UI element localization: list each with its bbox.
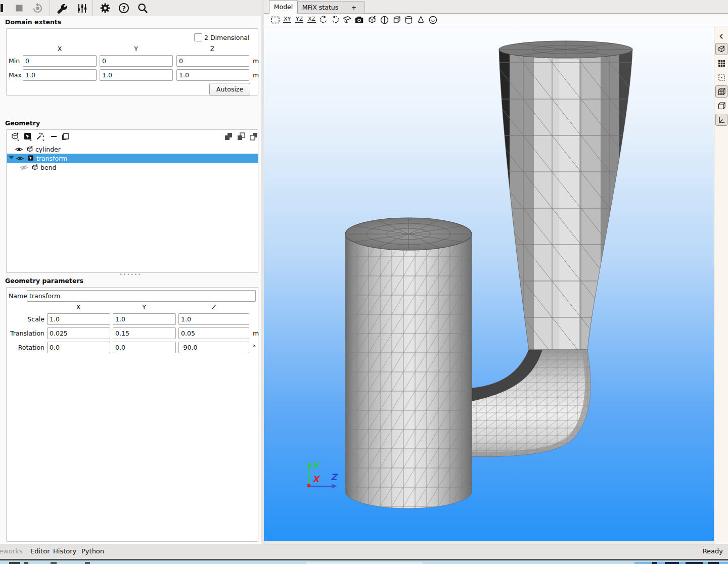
two-dimensional-checkbox[interactable]: [194, 33, 202, 41]
help-button[interactable]: ?: [117, 0, 131, 16]
toggle-grid-button[interactable]: [715, 57, 727, 69]
domain-extents-title: Domain extents: [5, 18, 61, 26]
geometry-visibility-button[interactable]: [368, 15, 377, 25]
boolean-difference-button[interactable]: [249, 132, 258, 141]
view-yz-button[interactable]: YZ: [295, 16, 303, 23]
build-button[interactable]: [55, 0, 69, 16]
visibility-eye-icon[interactable]: [15, 146, 23, 153]
rotation-unit: °: [253, 344, 256, 351]
min-unit: m: [253, 57, 259, 65]
domain-min-x-input[interactable]: [23, 55, 97, 67]
mfix-window: ? Domain extents 2 Dimensional X Y Z Min…: [0, 0, 728, 564]
wand-button[interactable]: [36, 132, 45, 141]
parameters-button[interactable]: [75, 0, 89, 16]
domain-min-z-input[interactable]: [176, 55, 249, 67]
domain-extents-box: 2 Dimensional X Y Z Min m Max m Autosize: [6, 28, 258, 96]
viewport-scene: Y X Z: [264, 26, 714, 541]
tree-item-cylinder[interactable]: cylinder: [7, 145, 258, 154]
sliders-icon: [77, 3, 87, 14]
tab-add[interactable]: +: [343, 1, 365, 14]
wireframe-cube-icon: [717, 102, 726, 110]
stop-button[interactable]: [14, 0, 24, 16]
cylinder-visibility-button[interactable]: [404, 15, 414, 25]
domain-min-y-input[interactable]: [100, 55, 173, 67]
tree-item-bend[interactable]: bend: [7, 163, 258, 172]
visibility-eye-icon[interactable]: [16, 155, 24, 162]
model-setup-panel: Domain extents 2 Dimensional X Y Z Min m…: [0, 16, 261, 544]
screenshot-button[interactable]: [354, 15, 364, 25]
geometry-cube-icon: [31, 164, 39, 171]
min-label: Min: [9, 57, 20, 65]
collapse-panel-button[interactable]: [715, 30, 727, 42]
visibility-menu-button[interactable]: [428, 15, 438, 25]
rotation-x-input[interactable]: [47, 342, 110, 353]
max-label: Max: [9, 71, 22, 79]
autosize-button[interactable]: Autosize: [209, 83, 250, 96]
statusbar-tab-nodeworks[interactable]: deworks: [0, 547, 22, 555]
tree-item-transform[interactable]: transform: [7, 154, 258, 163]
pause-button[interactable]: [0, 0, 4, 16]
vtk-viewport[interactable]: Y X Z: [264, 26, 714, 541]
rotate-left-button[interactable]: [318, 15, 328, 25]
expander-icon[interactable]: [9, 155, 15, 162]
reset-button[interactable]: [31, 0, 43, 16]
remove-geometry-button[interactable]: [50, 132, 59, 141]
cube-visibility-button[interactable]: [392, 15, 401, 25]
copy-geometry-button[interactable]: [61, 132, 70, 141]
panel-splitter-handle[interactable]: ••••••: [0, 272, 261, 277]
boolean-intersect-button[interactable]: [237, 132, 246, 141]
geometry-cube-icon: [717, 45, 726, 54]
reset-icon: [32, 3, 43, 14]
statusbar-tab-python[interactable]: Python: [81, 547, 104, 555]
scale-x-input[interactable]: [47, 313, 110, 325]
regions-visibility-button[interactable]: [380, 15, 389, 25]
status-bar: deworks Editor History Python Ready: [0, 544, 728, 559]
add-geometry-button[interactable]: [11, 132, 20, 141]
toggle-wireframe-button[interactable]: [715, 100, 727, 112]
geometry-cube-icon: [26, 146, 34, 153]
geometry-parameters-box: Name X Y Z Scale Translation m Rotation …: [6, 287, 258, 542]
toggle-mesh-button[interactable]: [715, 85, 727, 98]
viewport-tabbar: Model MFiX status +: [264, 0, 728, 14]
translation-y-input[interactable]: [113, 327, 176, 339]
param-column-z-header: Z: [199, 303, 229, 311]
translation-x-input[interactable]: [47, 327, 110, 339]
rotation-z-input[interactable]: [178, 342, 249, 353]
domain-max-y-input[interactable]: [100, 69, 173, 81]
tab-model[interactable]: Model: [269, 0, 298, 14]
viewport-background: [264, 26, 714, 541]
rotation-y-input[interactable]: [113, 342, 176, 353]
domain-max-x-input[interactable]: [23, 69, 97, 81]
perspective-toggle-button[interactable]: [342, 15, 352, 25]
visibility-eye-off-icon[interactable]: [20, 164, 28, 171]
tree-item-label: bend: [40, 164, 56, 171]
view-xz-button[interactable]: XZ: [307, 16, 316, 23]
search-button[interactable]: [135, 0, 150, 16]
domain-max-z-input[interactable]: [176, 69, 249, 81]
view-xy-button[interactable]: XY: [283, 16, 291, 23]
statusbar-tab-editor[interactable]: Editor: [30, 547, 50, 555]
translation-z-input[interactable]: [178, 327, 249, 339]
copy-icon: [61, 132, 70, 141]
viewport-side-toolbar: [714, 26, 728, 544]
add-filter-button[interactable]: [23, 132, 32, 141]
rotate-right-button[interactable]: [331, 15, 340, 25]
scale-z-input[interactable]: [178, 313, 249, 325]
reset-view-button[interactable]: [270, 15, 280, 25]
boolean-union-button[interactable]: [224, 132, 233, 141]
toggle-regions-button[interactable]: [715, 71, 727, 83]
status-ready-label: Ready: [703, 547, 723, 555]
minus-icon: [50, 132, 59, 141]
tree-item-label: cylinder: [35, 146, 61, 153]
toggle-axes-button[interactable]: [715, 114, 727, 126]
circle-dash-icon: [428, 15, 438, 25]
rotate-left-icon: [318, 15, 328, 25]
toggle-geometry-button[interactable]: [715, 43, 727, 55]
settings-button[interactable]: [98, 0, 112, 16]
tab-mfix-status[interactable]: MFiX status: [297, 1, 343, 14]
statusbar-tab-history[interactable]: History: [53, 547, 76, 555]
geometry-name-input[interactable]: [27, 290, 256, 302]
svg-text:?: ?: [122, 5, 126, 12]
scale-y-input[interactable]: [113, 313, 176, 325]
cone-visibility-button[interactable]: [416, 15, 426, 25]
